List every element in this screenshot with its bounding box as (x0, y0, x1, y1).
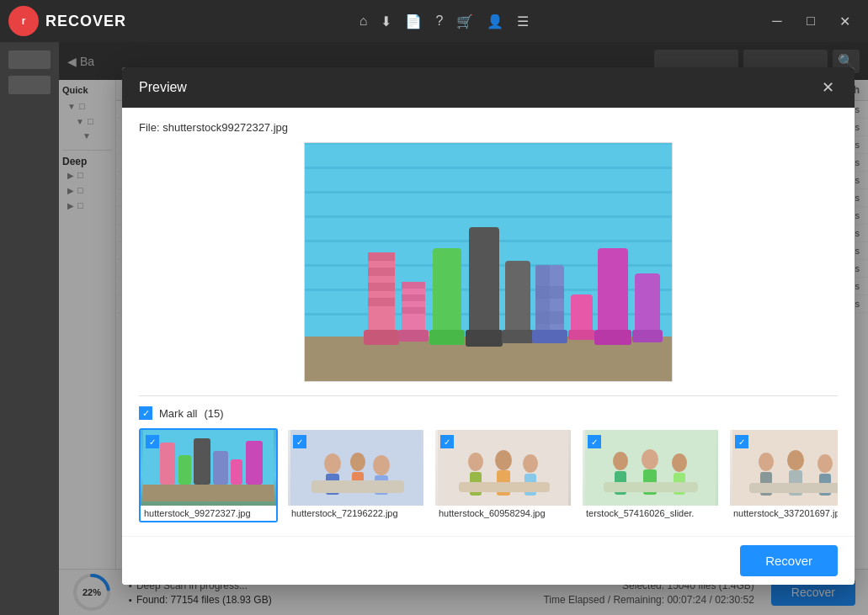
svg-point-67 (613, 452, 628, 470)
cart-icon[interactable]: 🛒 (456, 13, 473, 29)
thumbnail-check-4: ✓ (588, 435, 601, 448)
home-icon[interactable]: ⌂ (359, 13, 368, 29)
app-logo: r (8, 6, 39, 36)
svg-rect-37 (568, 330, 595, 340)
preview-image-container (139, 142, 838, 382)
svg-point-75 (759, 453, 774, 471)
sidebar-item-2 (8, 76, 51, 94)
thumbnail-check-2: ✓ (293, 435, 306, 448)
svg-rect-49 (246, 441, 263, 485)
svg-rect-17 (368, 283, 395, 291)
thumbnail-item-2[interactable]: ✓ (286, 428, 425, 522)
thumbnail-image-3 (435, 430, 571, 506)
svg-rect-43 (143, 485, 274, 501)
svg-rect-8 (305, 215, 673, 218)
thumbnail-name-4: terstock_57416026_slider. (583, 506, 718, 521)
thumbnail-name-2: hutterstock_72196222.jpg (288, 506, 423, 521)
svg-rect-22 (402, 294, 425, 301)
menu-icon[interactable]: ☰ (517, 13, 529, 29)
minimize-button[interactable]: ─ (762, 6, 792, 36)
svg-rect-30 (502, 330, 534, 343)
svg-rect-57 (312, 480, 404, 493)
recover-button[interactable]: Recover (740, 545, 838, 576)
thumbnail-name-1: hutterstock_99272327.jpg (141, 506, 276, 521)
svg-rect-27 (469, 227, 499, 337)
svg-rect-40 (635, 273, 660, 337)
svg-rect-33 (535, 286, 564, 299)
file-icon[interactable]: 📄 (405, 13, 422, 29)
user-icon[interactable]: 👤 (487, 13, 503, 29)
maximize-button[interactable]: □ (796, 6, 826, 36)
svg-rect-39 (594, 330, 631, 345)
close-button[interactable]: ✕ (829, 6, 860, 36)
modal-footer: Recover (122, 536, 855, 585)
svg-rect-34 (535, 311, 564, 324)
thumbnail-name-3: hutterstock_60958294.jpg (435, 506, 571, 521)
preview-image (304, 142, 673, 382)
svg-point-51 (324, 453, 341, 474)
svg-rect-26 (429, 330, 465, 345)
app-name: RECOVER (45, 13, 126, 30)
help-icon[interactable]: ? (435, 13, 443, 29)
download-icon[interactable]: ⬇ (381, 13, 391, 29)
svg-rect-23 (402, 307, 425, 314)
thumbnail-name-5: nutterstock_337201697.jp (730, 506, 838, 521)
thumbnail-item-1[interactable]: ✓ (139, 428, 278, 522)
thumbnail-item-3[interactable]: ✓ (434, 428, 572, 522)
svg-rect-16 (368, 268, 395, 276)
svg-rect-81 (749, 483, 838, 493)
mark-all-count: (15) (205, 407, 224, 420)
svg-rect-41 (632, 330, 663, 342)
svg-rect-21 (402, 282, 425, 289)
svg-rect-18 (368, 298, 395, 306)
thumbnails-row: ✓ (139, 428, 838, 522)
main-area: ◀ Ba 🔍 Quick ▼ □ ▼ □ (0, 42, 868, 615)
svg-text:r: r (22, 15, 26, 27)
svg-point-77 (787, 450, 804, 470)
thumbnail-check-5: ✓ (735, 435, 748, 448)
mark-all-checkbox[interactable]: ✓ (139, 406, 152, 420)
content-area: ◀ Ba 🔍 Quick ▼ □ ▼ □ (59, 42, 868, 615)
thumbnail-item-4[interactable]: ✓ (581, 428, 720, 522)
svg-rect-14 (368, 252, 395, 337)
svg-rect-47 (213, 451, 228, 485)
svg-point-53 (350, 453, 365, 471)
svg-rect-73 (604, 482, 698, 492)
svg-point-79 (817, 454, 833, 473)
svg-rect-44 (160, 443, 175, 485)
modal-overlay: Preview ✕ File: shutterstock99272327.jpg (59, 42, 868, 615)
svg-rect-25 (433, 248, 461, 337)
svg-rect-65 (459, 482, 550, 492)
sidebar-item-1 (8, 50, 51, 69)
titlebar-icons: ⌂ ⬇ 📄 ? 🛒 👤 ☰ (359, 13, 530, 29)
svg-point-55 (373, 455, 390, 475)
thumbnail-item-5[interactable]: ✓ (728, 428, 838, 522)
svg-rect-6 (305, 167, 673, 169)
sidebar (0, 42, 59, 615)
svg-rect-48 (231, 459, 242, 485)
svg-point-69 (642, 449, 658, 469)
file-label: File: shutterstock99272327.jpg (139, 121, 838, 134)
modal-body: File: shutterstock99272327.jpg (122, 108, 855, 536)
titlebar: r RECOVER ⌂ ⬇ 📄 ? 🛒 👤 ☰ ─ □ ✕ (0, 0, 868, 42)
svg-rect-45 (178, 455, 191, 485)
svg-rect-24 (398, 330, 429, 342)
svg-point-63 (523, 454, 538, 473)
mark-all-row: ✓ Mark all (15) (139, 406, 838, 420)
svg-rect-19 (364, 330, 399, 345)
svg-rect-38 (598, 248, 628, 337)
thumbnail-image-4 (583, 430, 718, 506)
thumbnails-section: ✓ Mark all (15) ✓ (139, 395, 838, 522)
modal-title: Preview (139, 80, 187, 95)
svg-rect-29 (505, 261, 530, 337)
svg-rect-35 (532, 330, 567, 343)
thumbnail-image-1 (141, 430, 276, 506)
thumbnail-check-1: ✓ (146, 435, 159, 448)
modal-header: Preview ✕ (122, 67, 855, 108)
window-controls: ─ □ ✕ (762, 6, 860, 36)
svg-rect-46 (194, 438, 210, 485)
svg-rect-32 (535, 265, 550, 337)
modal-close-button[interactable]: ✕ (817, 77, 838, 98)
titlebar-left: r RECOVER (8, 6, 126, 36)
svg-point-59 (468, 453, 483, 471)
